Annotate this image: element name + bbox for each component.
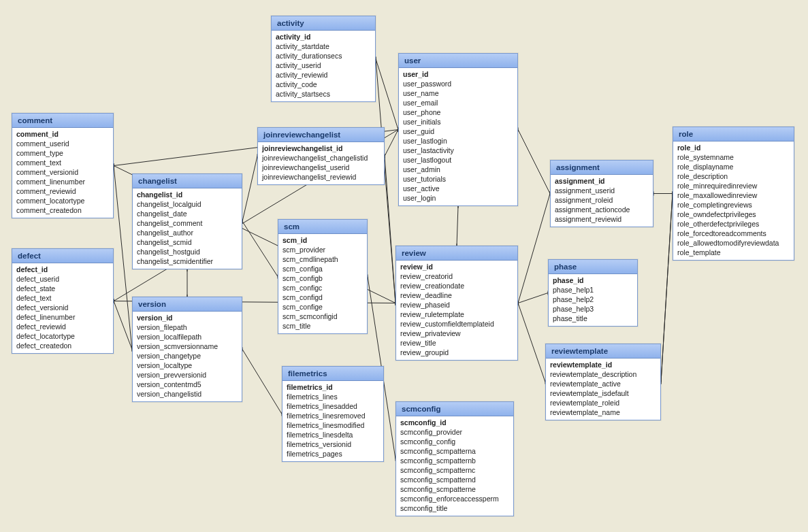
- field-activity-activity_code[interactable]: activity_code: [276, 80, 371, 89]
- entity-header-phase[interactable]: phase: [549, 260, 637, 274]
- field-defect-defect_text[interactable]: defect_text: [16, 293, 109, 303]
- field-role-role_description[interactable]: role_description: [677, 171, 790, 181]
- field-version-version_localfilepath[interactable]: version_localfilepath: [137, 332, 238, 342]
- field-user-user_lastlogin[interactable]: user_lastlogin: [403, 136, 513, 146]
- field-activity-activity_id[interactable]: activity_id: [276, 32, 371, 41]
- field-role-role_owndefectprivileges[interactable]: role_owndefectprivileges: [677, 210, 790, 219]
- field-changelist-changelist_scmidentifier[interactable]: changelist_scmidentifier: [137, 256, 238, 266]
- field-comment-comment_type[interactable]: comment_type: [16, 148, 109, 158]
- field-user-user_admin[interactable]: user_admin: [403, 165, 513, 174]
- field-scm-scm_cmdlinepath[interactable]: scm_cmdlinepath: [282, 254, 363, 264]
- field-role-role_minrequiredinreview[interactable]: role_minrequiredinreview: [677, 181, 790, 190]
- field-defect-defect_reviewid[interactable]: defect_reviewid: [16, 322, 109, 331]
- entity-header-assignment[interactable]: assignment: [551, 161, 653, 175]
- entity-assignment[interactable]: assignmentassignment_idassignment_userid…: [550, 160, 653, 227]
- field-filemetrics-filemetrics_linesdelta[interactable]: filemetrics_linesdelta: [287, 430, 379, 439]
- entity-header-role[interactable]: role: [673, 127, 794, 142]
- field-role-role_allowedtomodifyreviewdata[interactable]: role_allowedtomodifyreviewdata: [677, 238, 790, 248]
- field-reviewtemplate-reviewtemplate_name[interactable]: reviewtemplate_name: [550, 408, 656, 417]
- entity-header-defect[interactable]: defect: [12, 249, 113, 263]
- entity-header-review[interactable]: review: [396, 246, 517, 261]
- field-defect-defect_createdon[interactable]: defect_createdon: [16, 341, 109, 350]
- field-scmconfig-scmconfig_scmpatternc[interactable]: scmconfig_scmpatternc: [400, 465, 509, 475]
- field-comment-comment_locatortype[interactable]: comment_locatortype: [16, 196, 109, 205]
- field-scm-scm_provider[interactable]: scm_provider: [282, 245, 363, 254]
- field-reviewtemplate-reviewtemplate_active[interactable]: reviewtemplate_active: [550, 379, 656, 388]
- field-activity-activity_durationsecs[interactable]: activity_durationsecs: [276, 51, 371, 61]
- field-changelist-changelist_localguid[interactable]: changelist_localguid: [137, 199, 238, 209]
- field-scmconfig-scmconfig_title[interactable]: scmconfig_title: [400, 503, 509, 513]
- field-user-user_guid[interactable]: user_guid: [403, 127, 513, 136]
- field-user-user_active[interactable]: user_active: [403, 184, 513, 193]
- field-review-review_groupid[interactable]: review_groupid: [400, 348, 513, 357]
- field-phase-phase_help3[interactable]: phase_help3: [553, 304, 633, 314]
- field-changelist-changelist_author[interactable]: changelist_author: [137, 228, 238, 237]
- entity-defect[interactable]: defectdefect_iddefect_useriddefect_state…: [12, 248, 114, 354]
- field-scmconfig-scmconfig_scmpatterne[interactable]: scmconfig_scmpatterne: [400, 484, 509, 494]
- field-review-review_creatorid[interactable]: review_creatorid: [400, 271, 513, 281]
- entity-scm[interactable]: scmscm_idscm_providerscm_cmdlinepathscm_…: [278, 219, 368, 334]
- entity-phase[interactable]: phasephase_idphase_help1phase_help2phase…: [548, 259, 638, 327]
- field-filemetrics-filemetrics_linesremoved[interactable]: filemetrics_linesremoved: [287, 411, 379, 420]
- field-reviewtemplate-reviewtemplate_description[interactable]: reviewtemplate_description: [550, 369, 656, 379]
- field-changelist-changelist_comment[interactable]: changelist_comment: [137, 218, 238, 228]
- field-review-review_ruletemplate[interactable]: review_ruletemplate: [400, 310, 513, 319]
- field-user-user_lastlogout[interactable]: user_lastlogout: [403, 155, 513, 165]
- field-review-review_deadline[interactable]: review_deadline: [400, 290, 513, 300]
- entity-comment[interactable]: commentcomment_idcomment_useridcomment_t…: [12, 113, 114, 218]
- field-role-role_completingreviews[interactable]: role_completingreviews: [677, 200, 790, 210]
- field-comment-comment_createdon[interactable]: comment_createdon: [16, 205, 109, 215]
- entity-user[interactable]: useruser_iduser_passworduser_nameuser_em…: [398, 53, 518, 206]
- field-reviewtemplate-reviewtemplate_id[interactable]: reviewtemplate_id: [550, 360, 656, 369]
- field-scmconfig-scmconfig_enforceaccessperm[interactable]: scmconfig_enforceaccessperm: [400, 494, 509, 503]
- field-user-user_tutorials[interactable]: user_tutorials: [403, 174, 513, 184]
- field-version-version_scmversionname[interactable]: version_scmversionname: [137, 342, 238, 351]
- field-scm-scm_configb[interactable]: scm_configb: [282, 273, 363, 283]
- field-activity-activity_userid[interactable]: activity_userid: [276, 61, 371, 70]
- entity-activity[interactable]: activityactivity_idactivity_startdateact…: [271, 16, 376, 102]
- field-user-user_login[interactable]: user_login: [403, 193, 513, 203]
- entity-header-scmconfig[interactable]: scmconfig: [396, 402, 513, 416]
- entity-review[interactable]: reviewreview_idreview_creatoridreview_cr…: [395, 246, 518, 361]
- field-comment-comment_linenumber[interactable]: comment_linenumber: [16, 177, 109, 186]
- field-joinreviewchangelist-joinreviewchangelist_id[interactable]: joinreviewchangelist_id: [262, 144, 380, 153]
- field-comment-comment_reviewid[interactable]: comment_reviewid: [16, 186, 109, 196]
- field-defect-defect_state[interactable]: defect_state: [16, 284, 109, 293]
- field-review-review_privateview[interactable]: review_privateview: [400, 329, 513, 338]
- field-joinreviewchangelist-joinreviewchangelist_reviewid[interactable]: joinreviewchangelist_reviewid: [262, 172, 380, 182]
- field-joinreviewchangelist-joinreviewchangelist_userid[interactable]: joinreviewchangelist_userid: [262, 163, 380, 172]
- field-comment-comment_userid[interactable]: comment_userid: [16, 139, 109, 148]
- field-version-version_changelistid[interactable]: version_changelistid: [137, 389, 238, 399]
- field-user-user_email[interactable]: user_email: [403, 98, 513, 107]
- field-defect-defect_locatortype[interactable]: defect_locatortype: [16, 331, 109, 341]
- field-scm-scm_scmconfigid[interactable]: scm_scmconfigid: [282, 312, 363, 321]
- field-activity-activity_startdate[interactable]: activity_startdate: [276, 41, 371, 51]
- field-scmconfig-scmconfig_config[interactable]: scmconfig_config: [400, 437, 509, 446]
- field-version-version_changetype[interactable]: version_changetype: [137, 351, 238, 361]
- entity-header-filemetrics[interactable]: filemetrics: [282, 367, 383, 381]
- field-role-role_systemname[interactable]: role_systemname: [677, 152, 790, 162]
- field-scmconfig-scmconfig_id[interactable]: scmconfig_id: [400, 418, 509, 427]
- field-review-review_creationdate[interactable]: review_creationdate: [400, 281, 513, 290]
- field-activity-activity_reviewid[interactable]: activity_reviewid: [276, 70, 371, 80]
- entity-scmconfig[interactable]: scmconfigscmconfig_idscmconfig_providers…: [395, 401, 514, 516]
- entity-header-comment[interactable]: comment: [12, 114, 113, 128]
- field-assignment-assignment_actioncode[interactable]: assignment_actioncode: [555, 205, 649, 214]
- entity-role[interactable]: rolerole_idrole_systemnamerole_displayna…: [673, 127, 794, 261]
- field-comment-comment_id[interactable]: comment_id: [16, 129, 109, 139]
- entity-header-activity[interactable]: activity: [272, 16, 375, 31]
- field-version-version_contentmd5[interactable]: version_contentmd5: [137, 380, 238, 389]
- field-reviewtemplate-reviewtemplate_roleid[interactable]: reviewtemplate_roleid: [550, 398, 656, 408]
- field-user-user_phone[interactable]: user_phone: [403, 107, 513, 117]
- field-user-user_name[interactable]: user_name: [403, 88, 513, 98]
- field-scmconfig-scmconfig_scmpatterna[interactable]: scmconfig_scmpatterna: [400, 446, 509, 456]
- field-version-version_localtype[interactable]: version_localtype: [137, 361, 238, 370]
- entity-header-reviewtemplate[interactable]: reviewtemplate: [546, 344, 660, 359]
- entity-header-user[interactable]: user: [399, 54, 517, 68]
- field-comment-comment_text[interactable]: comment_text: [16, 158, 109, 167]
- field-user-user_id[interactable]: user_id: [403, 69, 513, 79]
- field-filemetrics-filemetrics_id[interactable]: filemetrics_id: [287, 382, 379, 392]
- field-phase-phase_id[interactable]: phase_id: [553, 276, 633, 285]
- field-assignment-assignment_userid[interactable]: assignment_userid: [555, 186, 649, 195]
- entity-filemetrics[interactable]: filemetricsfilemetrics_idfilemetrics_lin…: [282, 366, 384, 462]
